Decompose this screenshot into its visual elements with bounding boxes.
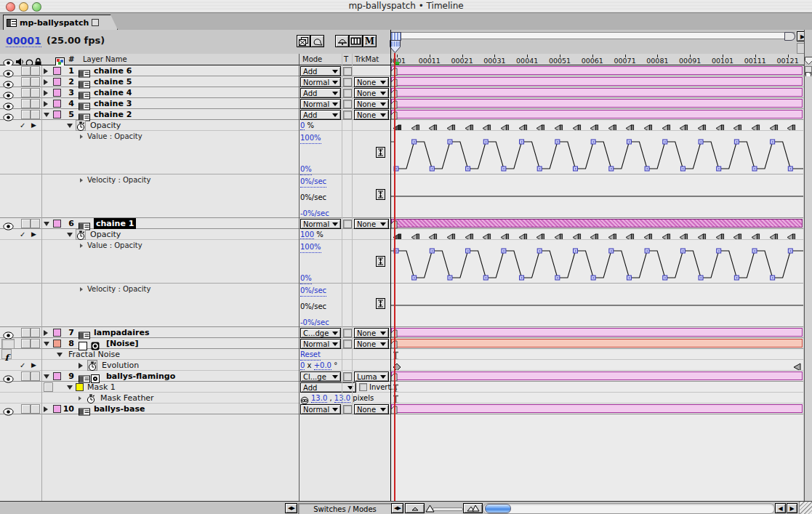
- row-timeline-track[interactable]: [391, 109, 803, 119]
- next-keyframe-arrow[interactable]: ▶: [31, 120, 36, 131]
- live-update-button[interactable]: [310, 35, 324, 47]
- hold-keyframe-icon[interactable]: [482, 230, 491, 239]
- trkmat-dropdown[interactable]: None: [354, 328, 389, 338]
- label-color-swatch[interactable]: [53, 100, 61, 108]
- hold-keyframe-icon[interactable]: [697, 230, 707, 239]
- hold-keyframe-icon[interactable]: [572, 121, 582, 130]
- hold-keyframe-icon[interactable]: [465, 230, 474, 239]
- solo-toggle[interactable]: [21, 328, 31, 337]
- layer-duration-bar[interactable]: [391, 404, 803, 413]
- tab-timeline[interactable]: mp-ballyspatch: [3, 15, 118, 30]
- graph-min-value[interactable]: 0%: [300, 273, 312, 284]
- navigator-end-handle[interactable]: [784, 32, 795, 41]
- stopwatch-box[interactable]: [87, 360, 97, 371]
- trkmat-dropdown[interactable]: None: [354, 77, 389, 87]
- graph-height-adjuster-icon[interactable]: [376, 298, 385, 312]
- hold-keyframe-icon[interactable]: [608, 230, 617, 239]
- row-timeline-track[interactable]: [391, 87, 803, 97]
- row-timeline-track[interactable]: [391, 65, 803, 76]
- row-timeline-track[interactable]: [391, 131, 803, 174]
- hold-keyframe-icon[interactable]: [697, 121, 707, 130]
- layer-expander[interactable]: [44, 222, 49, 226]
- layer-row-4[interactable]: 4chaine 3NormalNone: [0, 98, 803, 109]
- mode-dropdown[interactable]: Add: [300, 110, 341, 120]
- mask-mode-dropdown[interactable]: Add: [300, 382, 356, 393]
- row-timeline-track[interactable]: [391, 240, 803, 283]
- layer-name[interactable]: ballys-flamingo: [106, 371, 175, 382]
- hold-keyframe-icon[interactable]: [536, 121, 545, 130]
- row-timeline-track[interactable]: [391, 98, 803, 108]
- hold-keyframe-icon[interactable]: [500, 121, 510, 130]
- solo-toggle[interactable]: [21, 77, 31, 87]
- panel-resize-right-button[interactable]: ◀▶: [391, 503, 403, 513]
- layer-duration-bar[interactable]: [391, 88, 803, 97]
- graph-min-value[interactable]: 0%: [300, 164, 312, 175]
- next-keyframe-arrow[interactable]: ▶: [31, 360, 36, 371]
- layer-row-10[interactable]: 10ballys-baseNormalNone: [0, 403, 803, 414]
- mask-expander[interactable]: [67, 385, 73, 390]
- hold-keyframe-icon[interactable]: [751, 121, 760, 130]
- layer-name[interactable]: chaine 2: [94, 109, 132, 120]
- hold-keyframe-icon[interactable]: [679, 121, 688, 130]
- tab-close-widget[interactable]: [92, 19, 99, 26]
- preserve-transparency-toggle[interactable]: [343, 89, 352, 97]
- column-divider[interactable]: [342, 54, 342, 415]
- property-label[interactable]: Mask Feather: [100, 393, 154, 403]
- label-color-swatch[interactable]: [53, 340, 61, 348]
- current-frame-field[interactable]: 00001: [6, 35, 41, 47]
- mode-dropdown[interactable]: Normal: [300, 99, 341, 109]
- column-trkmat[interactable]: TrkMat: [355, 55, 379, 63]
- evolution-degrees[interactable]: +0.0: [314, 361, 331, 370]
- property-label[interactable]: Evolution: [102, 360, 139, 371]
- hold-keyframe-icon[interactable]: [411, 121, 420, 130]
- layer-expander[interactable]: [44, 113, 49, 117]
- hold-keyframe-icon[interactable]: [500, 230, 510, 239]
- row-timeline-track[interactable]: [391, 403, 803, 414]
- trkmat-dropdown[interactable]: None: [354, 219, 389, 229]
- mode-dropdown[interactable]: Add: [300, 66, 341, 76]
- layer-name[interactable]: chaine 6: [94, 65, 132, 76]
- hold-keyframe-icon[interactable]: [572, 230, 582, 239]
- column-t[interactable]: T: [344, 55, 348, 63]
- mask-color-swatch[interactable]: [76, 383, 84, 391]
- mode-dropdown[interactable]: Normal: [300, 339, 341, 349]
- zoom-out-button[interactable]: [405, 503, 425, 513]
- lock-toggle[interactable]: [31, 110, 40, 119]
- solo-toggle[interactable]: [21, 404, 31, 414]
- stopwatch-box[interactable]: [76, 120, 86, 131]
- trkmat-dropdown[interactable]: None: [354, 339, 389, 349]
- layer-duration-bar[interactable]: [391, 66, 803, 75]
- zoom-slider[interactable]: [425, 505, 462, 512]
- trkmat-dropdown[interactable]: None: [354, 110, 389, 120]
- layer-row-3[interactable]: 3chaine 4AddNone: [0, 87, 803, 98]
- scroll-left-button[interactable]: ◀: [775, 503, 786, 513]
- mode-dropdown[interactable]: Cl...ge: [300, 372, 341, 382]
- hold-keyframe-icon[interactable]: [411, 230, 420, 239]
- hold-keyframe-icon[interactable]: [787, 121, 796, 130]
- hold-keyframe-icon[interactable]: [590, 230, 599, 239]
- lock-toggle[interactable]: [31, 66, 40, 76]
- layer-duration-bar[interactable]: [391, 372, 803, 380]
- hold-keyframe-icon[interactable]: [679, 230, 688, 239]
- opacity-velocity-graph[interactable]: [391, 174, 803, 217]
- hold-keyframe-icon[interactable]: [769, 230, 779, 239]
- hold-keyframe-icon[interactable]: [554, 121, 563, 130]
- layer-expander[interactable]: [44, 406, 48, 412]
- keyframe-at-time-check[interactable]: ✓: [20, 229, 25, 240]
- row-timeline-track[interactable]: [391, 174, 803, 217]
- property-expander[interactable]: [67, 233, 73, 237]
- row-timeline-track[interactable]: [391, 218, 803, 228]
- layer-row-9[interactable]: 9ballys-flamingoCl...geLuma: [0, 371, 803, 382]
- row-timeline-track[interactable]: [391, 382, 803, 392]
- hold-keyframe-icon[interactable]: [662, 230, 671, 239]
- feather-x-value[interactable]: 13.0: [311, 394, 327, 403]
- label-color-swatch[interactable]: [53, 329, 61, 337]
- hold-keyframe-icon[interactable]: [751, 230, 760, 239]
- lock-toggle[interactable]: [31, 328, 40, 337]
- layer-row-1[interactable]: 1chaine 6Add: [0, 65, 803, 76]
- layer-expander[interactable]: [44, 68, 48, 74]
- layer-expander[interactable]: [44, 79, 48, 85]
- row-timeline-track[interactable]: [391, 76, 803, 87]
- preserve-transparency-toggle[interactable]: [343, 111, 352, 119]
- preserve-transparency-toggle[interactable]: [343, 78, 352, 87]
